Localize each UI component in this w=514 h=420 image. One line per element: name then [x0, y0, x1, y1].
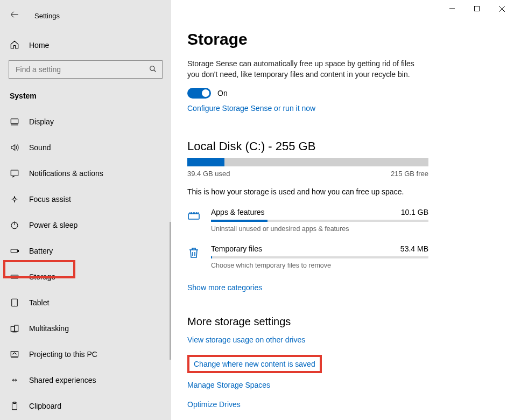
sidebar-item-focus-assist[interactable]: Focus assist [0, 186, 171, 212]
sidebar-item-battery[interactable]: Battery [0, 238, 171, 264]
trash-icon [187, 244, 203, 261]
sidebar-item-multitasking[interactable]: Multitasking [0, 316, 171, 341]
svg-rect-13 [18, 250, 19, 252]
sidebar-item-display[interactable]: Display [0, 109, 171, 135]
red-highlight-change-content: Change where new content is saved [187, 355, 322, 373]
disk-used-label: 39.4 GB used [187, 170, 230, 178]
sidebar-item-label: Projecting to this PC [29, 350, 97, 359]
main-content: Storage Storage Sense can automatically … [171, 0, 514, 420]
projecting-icon [10, 349, 23, 359]
sidebar-item-tablet[interactable]: Tablet [0, 290, 171, 316]
sidebar-item-label: Tablet [29, 298, 49, 307]
link-change-where-new-content-saved[interactable]: Change where new content is saved [194, 360, 315, 368]
sidebar-item-label: Storage [29, 272, 55, 281]
svg-line-6 [154, 69, 156, 72]
sidebar-item-label: Multitasking [29, 324, 69, 333]
disk-free-label: 215 GB free [391, 170, 428, 178]
svg-rect-1 [475, 6, 480, 11]
category-size: 10.1 GB [401, 208, 428, 216]
category-bar [211, 220, 428, 222]
category-size: 53.4 MB [400, 244, 428, 253]
category-sub: Choose which temporary files to remove [211, 262, 428, 269]
more-storage-settings-title: More storage settings [187, 316, 498, 328]
configure-storage-sense-link[interactable]: Configure Storage Sense or run it now [187, 104, 498, 113]
sidebar-item-label: Display [29, 117, 54, 126]
page-title: Storage [187, 30, 498, 48]
tablet-icon [10, 298, 23, 307]
show-more-categories-link[interactable]: Show more categories [187, 283, 498, 292]
notifications-icon [10, 169, 23, 178]
search-icon [149, 65, 157, 74]
minimize-button[interactable] [440, 0, 464, 17]
sidebar-item-label: Notifications & actions [29, 169, 103, 178]
sidebar-item-projecting[interactable]: Projecting to this PC [0, 341, 171, 367]
sidebar-item-sound[interactable]: Sound [0, 135, 171, 160]
svg-rect-19 [15, 325, 18, 331]
usage-description: This is how your storage is used and how… [187, 187, 498, 196]
sidebar-item-shared-experiences[interactable]: Shared experiences [0, 367, 171, 393]
home-label: Home [29, 41, 49, 50]
storage-icon [10, 272, 23, 282]
search-field[interactable] [15, 65, 149, 74]
link-optimize-drives[interactable]: Optimize Drives [187, 400, 498, 409]
svg-rect-12 [11, 249, 17, 253]
disk-usage-bar [187, 158, 428, 166]
svg-rect-25 [188, 214, 199, 219]
sidebar-item-label: Power & sleep [29, 221, 78, 229]
back-button[interactable] [10, 10, 19, 22]
apps-icon [187, 208, 203, 224]
sound-icon [10, 143, 23, 152]
sidebar-item-label: Focus assist [29, 195, 71, 204]
storage-sense-description: Storage Sense can automatically free up … [187, 58, 424, 80]
app-title: Settings [34, 12, 60, 20]
toggle-state-label: On [217, 89, 228, 97]
category-temporary-files[interactable]: Temporary files 53.4 MB Choose which tem… [187, 244, 428, 269]
category-name: Temporary files [211, 244, 262, 253]
link-manage-storage-spaces[interactable]: Manage Storage Spaces [187, 381, 498, 389]
clipboard-icon [10, 401, 23, 411]
maximize-button[interactable] [464, 0, 489, 17]
svg-point-5 [150, 66, 154, 70]
home-nav[interactable]: Home [0, 34, 171, 56]
sidebar-section-system: System [0, 79, 171, 106]
sidebar-item-power-sleep[interactable]: Power & sleep [0, 212, 171, 238]
sidebar-item-notifications[interactable]: Notifications & actions [0, 160, 171, 186]
category-bar [211, 256, 428, 258]
sidebar-item-label: Battery [29, 247, 53, 255]
category-apps-features[interactable]: Apps & features 10.1 GB Uninstall unused… [187, 208, 428, 233]
home-icon [10, 40, 23, 51]
multitasking-icon [10, 324, 23, 333]
disk-title: Local Disk (C:) - 255 GB [187, 139, 498, 153]
storage-sense-toggle[interactable] [187, 88, 211, 99]
sidebar-item-clipboard[interactable]: Clipboard [0, 393, 171, 419]
focus-assist-icon [10, 194, 23, 204]
sidebar-item-label: Sound [29, 143, 51, 152]
svg-rect-9 [11, 170, 18, 176]
display-icon [10, 117, 23, 127]
category-name: Apps & features [211, 208, 265, 216]
svg-rect-7 [11, 119, 18, 124]
close-button[interactable] [489, 0, 514, 17]
power-icon [10, 220, 23, 230]
svg-rect-21 [11, 352, 18, 356]
sidebar-item-label: Shared experiences [29, 376, 96, 384]
battery-icon [10, 246, 23, 256]
category-sub: Uninstall unused or undesired apps & fea… [211, 225, 428, 233]
shared-experiences-icon [10, 375, 23, 385]
link-view-storage-other-drives[interactable]: View storage usage on other drives [187, 335, 498, 344]
window-controls [440, 0, 514, 17]
sidebar-item-label: Clipboard [29, 402, 61, 410]
sidebar-item-storage[interactable]: Storage [0, 264, 171, 290]
sidebar: Settings Home System Display [0, 0, 171, 420]
search-input[interactable] [9, 60, 163, 79]
svg-rect-18 [11, 326, 15, 331]
svg-point-15 [17, 276, 18, 277]
